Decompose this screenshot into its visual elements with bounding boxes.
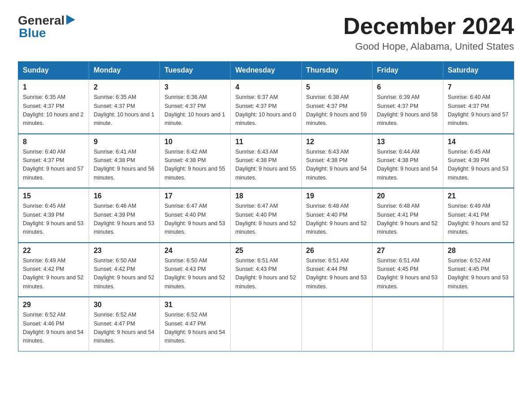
day-cell: 5Sunrise: 6:38 AMSunset: 4:37 PMDaylight… xyxy=(301,79,372,134)
day-number: 10 xyxy=(164,138,226,146)
day-number: 23 xyxy=(94,247,155,255)
day-cell: 16Sunrise: 6:46 AMSunset: 4:39 PMDayligh… xyxy=(89,188,160,243)
day-info: Sunrise: 6:45 AMSunset: 4:39 PMDaylight:… xyxy=(448,148,509,183)
day-cell: 4Sunrise: 6:37 AMSunset: 4:37 PMDaylight… xyxy=(231,79,301,134)
day-info: Sunrise: 6:41 AMSunset: 4:38 PMDaylight:… xyxy=(94,148,155,183)
day-cell: 27Sunrise: 6:51 AMSunset: 4:45 PMDayligh… xyxy=(372,243,443,297)
week-row-4: 22Sunrise: 6:49 AMSunset: 4:42 PMDayligh… xyxy=(18,243,514,297)
col-wednesday: Wednesday xyxy=(231,62,301,80)
day-cell: 9Sunrise: 6:41 AMSunset: 4:38 PMDaylight… xyxy=(89,134,160,188)
day-number: 26 xyxy=(306,247,368,255)
day-cell: 18Sunrise: 6:47 AMSunset: 4:40 PMDayligh… xyxy=(231,188,301,243)
day-cell: 10Sunrise: 6:42 AMSunset: 4:38 PMDayligh… xyxy=(160,134,231,188)
day-cell: 21Sunrise: 6:49 AMSunset: 4:41 PMDayligh… xyxy=(443,188,514,243)
logo-arrow-icon xyxy=(66,15,75,26)
day-cell: 23Sunrise: 6:50 AMSunset: 4:42 PMDayligh… xyxy=(89,243,160,297)
day-number: 13 xyxy=(377,138,438,146)
day-number: 28 xyxy=(448,247,509,255)
day-cell xyxy=(372,297,443,351)
day-number: 9 xyxy=(94,138,155,146)
day-info: Sunrise: 6:49 AMSunset: 4:42 PMDaylight:… xyxy=(23,257,84,291)
day-info: Sunrise: 6:52 AMSunset: 4:47 PMDaylight:… xyxy=(94,311,155,346)
day-number: 6 xyxy=(377,83,438,91)
day-info: Sunrise: 6:35 AMSunset: 4:37 PMDaylight:… xyxy=(94,93,155,128)
day-cell: 13Sunrise: 6:44 AMSunset: 4:38 PMDayligh… xyxy=(372,134,443,188)
day-info: Sunrise: 6:47 AMSunset: 4:40 PMDaylight:… xyxy=(235,202,296,237)
day-number: 25 xyxy=(235,247,296,255)
day-info: Sunrise: 6:50 AMSunset: 4:42 PMDaylight:… xyxy=(94,257,155,291)
day-number: 2 xyxy=(94,83,155,91)
day-info: Sunrise: 6:35 AMSunset: 4:37 PMDaylight:… xyxy=(23,93,84,128)
day-number: 16 xyxy=(94,192,155,200)
day-number: 5 xyxy=(306,83,368,91)
day-number: 7 xyxy=(448,83,509,91)
day-cell: 19Sunrise: 6:48 AMSunset: 4:40 PMDayligh… xyxy=(301,188,372,243)
day-number: 8 xyxy=(23,138,84,146)
day-cell: 6Sunrise: 6:39 AMSunset: 4:37 PMDaylight… xyxy=(372,79,443,134)
day-cell: 25Sunrise: 6:51 AMSunset: 4:43 PMDayligh… xyxy=(231,243,301,297)
day-number: 15 xyxy=(23,192,84,200)
day-number: 19 xyxy=(306,192,368,200)
day-cell: 3Sunrise: 6:36 AMSunset: 4:37 PMDaylight… xyxy=(160,79,231,134)
day-cell xyxy=(443,297,514,351)
day-cell: 15Sunrise: 6:45 AMSunset: 4:39 PMDayligh… xyxy=(18,188,89,243)
day-info: Sunrise: 6:50 AMSunset: 4:43 PMDaylight:… xyxy=(164,257,226,291)
title-area: December 2024 Good Hope, Alabama, United… xyxy=(343,13,514,52)
day-info: Sunrise: 6:42 AMSunset: 4:38 PMDaylight:… xyxy=(164,148,226,183)
day-number: 4 xyxy=(235,83,296,91)
day-info: Sunrise: 6:43 AMSunset: 4:38 PMDaylight:… xyxy=(235,148,296,183)
day-number: 18 xyxy=(235,192,296,200)
week-row-2: 8Sunrise: 6:40 AMSunset: 4:37 PMDaylight… xyxy=(18,134,514,188)
day-info: Sunrise: 6:46 AMSunset: 4:39 PMDaylight:… xyxy=(94,202,155,237)
day-cell: 12Sunrise: 6:43 AMSunset: 4:38 PMDayligh… xyxy=(301,134,372,188)
day-info: Sunrise: 6:51 AMSunset: 4:43 PMDaylight:… xyxy=(235,257,296,291)
col-tuesday: Tuesday xyxy=(160,62,231,80)
col-sunday: Sunday xyxy=(18,62,89,80)
day-info: Sunrise: 6:45 AMSunset: 4:39 PMDaylight:… xyxy=(23,202,84,237)
day-info: Sunrise: 6:38 AMSunset: 4:37 PMDaylight:… xyxy=(306,93,368,128)
day-info: Sunrise: 6:36 AMSunset: 4:37 PMDaylight:… xyxy=(164,93,226,128)
day-info: Sunrise: 6:52 AMSunset: 4:47 PMDaylight:… xyxy=(164,311,226,346)
col-thursday: Thursday xyxy=(301,62,372,80)
day-info: Sunrise: 6:52 AMSunset: 4:45 PMDaylight:… xyxy=(448,257,509,291)
day-cell: 22Sunrise: 6:49 AMSunset: 4:42 PMDayligh… xyxy=(18,243,89,297)
day-number: 14 xyxy=(448,138,509,146)
calendar-body: 1Sunrise: 6:35 AMSunset: 4:37 PMDaylight… xyxy=(18,79,514,351)
header-row: Sunday Monday Tuesday Wednesday Thursday… xyxy=(18,62,514,80)
day-cell: 30Sunrise: 6:52 AMSunset: 4:47 PMDayligh… xyxy=(89,297,160,351)
col-saturday: Saturday xyxy=(443,62,514,80)
day-info: Sunrise: 6:51 AMSunset: 4:45 PMDaylight:… xyxy=(377,257,438,291)
calendar-table: Sunday Monday Tuesday Wednesday Thursday… xyxy=(18,61,514,351)
calendar-title: December 2024 xyxy=(343,13,514,39)
day-cell: 2Sunrise: 6:35 AMSunset: 4:37 PMDaylight… xyxy=(89,79,160,134)
day-cell: 17Sunrise: 6:47 AMSunset: 4:40 PMDayligh… xyxy=(160,188,231,243)
day-cell: 1Sunrise: 6:35 AMSunset: 4:37 PMDaylight… xyxy=(18,79,89,134)
col-friday: Friday xyxy=(372,62,443,80)
day-info: Sunrise: 6:39 AMSunset: 4:37 PMDaylight:… xyxy=(377,93,438,128)
day-number: 30 xyxy=(94,301,155,309)
day-info: Sunrise: 6:48 AMSunset: 4:41 PMDaylight:… xyxy=(377,202,438,237)
day-cell: 20Sunrise: 6:48 AMSunset: 4:41 PMDayligh… xyxy=(372,188,443,243)
week-row-5: 29Sunrise: 6:52 AMSunset: 4:46 PMDayligh… xyxy=(18,297,514,351)
day-cell: 24Sunrise: 6:50 AMSunset: 4:43 PMDayligh… xyxy=(160,243,231,297)
day-cell: 26Sunrise: 6:51 AMSunset: 4:44 PMDayligh… xyxy=(301,243,372,297)
day-number: 3 xyxy=(164,83,226,91)
day-number: 1 xyxy=(23,83,84,91)
calendar-header: Sunday Monday Tuesday Wednesday Thursday… xyxy=(18,62,514,80)
day-cell xyxy=(231,297,301,351)
day-info: Sunrise: 6:44 AMSunset: 4:38 PMDaylight:… xyxy=(377,148,438,183)
week-row-3: 15Sunrise: 6:45 AMSunset: 4:39 PMDayligh… xyxy=(18,188,514,243)
day-info: Sunrise: 6:48 AMSunset: 4:40 PMDaylight:… xyxy=(306,202,368,237)
day-number: 29 xyxy=(23,301,84,309)
week-row-1: 1Sunrise: 6:35 AMSunset: 4:37 PMDaylight… xyxy=(18,79,514,134)
day-number: 12 xyxy=(306,138,368,146)
day-info: Sunrise: 6:40 AMSunset: 4:37 PMDaylight:… xyxy=(448,93,509,128)
day-number: 11 xyxy=(235,138,296,146)
day-number: 27 xyxy=(377,247,438,255)
day-number: 22 xyxy=(23,247,84,255)
day-cell xyxy=(301,297,372,351)
day-number: 21 xyxy=(448,192,509,200)
day-cell: 28Sunrise: 6:52 AMSunset: 4:45 PMDayligh… xyxy=(443,243,514,297)
day-info: Sunrise: 6:49 AMSunset: 4:41 PMDaylight:… xyxy=(448,202,509,237)
calendar-subtitle: Good Hope, Alabama, United States xyxy=(343,41,514,52)
